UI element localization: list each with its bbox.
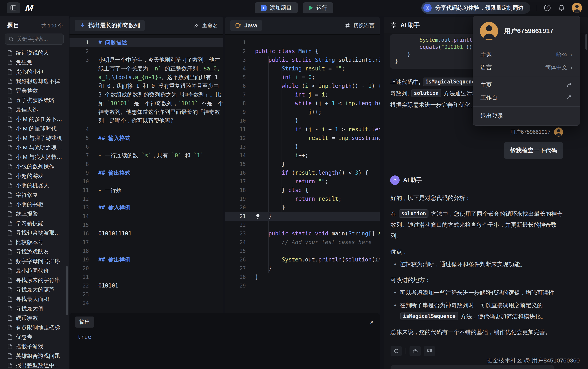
menu-setting-label: 语言 (480, 63, 492, 72)
problem-list-item[interactable]: 数字字母问号排序 (0, 256, 69, 266)
bell-icon[interactable] (557, 4, 566, 12)
close-icon[interactable]: × (370, 319, 374, 325)
line-number (70, 108, 89, 116)
problem-list-item[interactable]: 小 M 的多任务下载... (0, 114, 69, 124)
file-icon (7, 268, 13, 274)
line-number: 9 (225, 108, 246, 116)
problem-list-item[interactable]: 寻找最大值 (0, 304, 69, 313)
problem-list-item[interactable]: 寻找最大的葫芦 (0, 285, 69, 294)
line-number: 2 (225, 47, 246, 56)
line-number: 12 (225, 134, 246, 143)
line-content: 小明是一个中学生，今天他刚刚学习了数列。他在 (89, 56, 223, 64)
line-content: } (246, 160, 380, 169)
problem-list-item[interactable]: 线上报警 (0, 209, 69, 219)
line-content: System.out.println(solution(inp:" (246, 255, 380, 264)
markdown-editor[interactable]: 1 # 问题描述 2 3 小明是一个中学生，今天他刚刚学习了数列。他在 纸上写了… (70, 35, 223, 313)
thumbs-down-button[interactable] (424, 346, 435, 356)
problem-tab[interactable]: 找出最长的神奇数列 (75, 20, 145, 31)
menu-setting-row[interactable]: 主题 暗色 › (473, 49, 580, 61)
file-icon (7, 362, 13, 369)
plus-icon: + (261, 5, 267, 11)
markdown-line: 和 0，我们将 1 和 0 没有重复跟随并且至少由 (70, 82, 223, 90)
menu-link-row[interactable]: 主页 (473, 79, 580, 91)
problem-list-item[interactable]: 学习新技能 (0, 219, 69, 228)
file-icon (7, 287, 13, 293)
suggestion-chip[interactable]: 这段代码的时间复杂度是多少? → (390, 365, 555, 369)
run-button[interactable]: 运行 (303, 2, 333, 13)
search-box[interactable] (5, 33, 63, 45)
problem-list-item[interactable]: 小包的数列操作 (0, 162, 69, 171)
regenerate-button[interactable] (390, 346, 402, 356)
problem-list-item[interactable]: 贪心的小包 (0, 67, 69, 77)
line-content: } (246, 203, 380, 212)
menu-user-name: 用户6759661917 (504, 27, 553, 36)
problem-list-item[interactable]: 我好想逃却逃不掉 (0, 77, 69, 86)
problem-list-item[interactable]: 寻找包含斐波那契... (0, 228, 69, 238)
problem-list-item[interactable]: 小 M 与光明之魂速... (0, 143, 69, 152)
search-input[interactable] (16, 36, 60, 42)
problem-list-item[interactable]: 摇骰子游戏 (0, 342, 69, 351)
problem-list-item[interactable]: 寻找游戏队友 (0, 247, 69, 256)
problem-list-item[interactable]: 小超的游戏 (0, 171, 69, 181)
language-tab[interactable]: Java (230, 20, 262, 31)
problem-list-item[interactable]: 统计说谎的人 (0, 48, 69, 58)
file-icon (7, 192, 13, 198)
java-editor[interactable]: 1 2 public class Main { 3 publ (225, 35, 380, 313)
code-line: 2 public class Main { (225, 47, 380, 56)
line-content (89, 160, 223, 169)
problem-list-item[interactable]: 完美整数 (0, 86, 69, 95)
thumbs-up-button[interactable] (410, 346, 421, 356)
problem-list-item[interactable]: 比较版本号 (0, 238, 69, 247)
markdown-line: 17 (70, 238, 223, 247)
sidebar-toggle-button[interactable] (7, 2, 20, 13)
code-line: 15 } (225, 160, 380, 169)
menu-setting-row[interactable]: 语言 简体中文 › (473, 61, 580, 74)
lightbulb-icon[interactable] (255, 213, 261, 219)
problem-list-item[interactable]: 硬币凑数 (0, 313, 69, 323)
file-icon (7, 258, 13, 264)
external-link-icon (567, 95, 572, 101)
logout-button[interactable]: 退出登录 (473, 109, 580, 123)
file-icon (7, 88, 13, 94)
problem-list-item[interactable]: 五子棋获胜策略 (0, 95, 69, 105)
rename-button[interactable]: 重命名 (194, 22, 218, 29)
line-content: public static String solution(String (246, 56, 380, 64)
line-content (246, 281, 380, 290)
problem-list-item[interactable]: 英雄组合游戏问题 (0, 351, 69, 361)
ai-panel-scrollbar[interactable] (585, 34, 587, 50)
line-content (89, 143, 223, 151)
problem-list-item[interactable]: 小 M 与狼人拯救者... (0, 152, 69, 162)
problem-list-item[interactable]: 有点限制地走楼梯 (0, 323, 69, 332)
output-tab[interactable]: 输出 (75, 317, 94, 328)
problem-list-item[interactable]: 字符修复 (0, 190, 69, 200)
problem-list-item[interactable]: 小 M 与弹子游戏机 (0, 133, 69, 143)
problem-list-item[interactable]: 小明的机器人 (0, 181, 69, 190)
line-content: if (j - i + 1 > result.lengt (246, 125, 380, 134)
promo-banner[interactable]: 分享代码练习体验，领限量定制周边 (421, 2, 530, 14)
sidebar-scrollbar[interactable] (66, 266, 68, 315)
user-message-bubble: 帮我检查一下代码 (504, 142, 563, 159)
svg-text:?: ? (546, 6, 548, 10)
menu-link-row[interactable]: 工作台 (473, 91, 580, 104)
problem-list-item[interactable]: 寻找原来的字符串 (0, 276, 69, 285)
problem-list-item[interactable]: 兔生兔 (0, 58, 69, 67)
help-icon[interactable]: ? (543, 4, 551, 12)
file-icon (7, 107, 13, 113)
menu-links-section: 主页 工作台 (473, 76, 580, 107)
problem-list-item[interactable]: 优惠券 (0, 332, 69, 342)
output-value: true (70, 328, 380, 346)
problem-list-item[interactable]: 找出整型数组中占... (0, 361, 69, 369)
problem-list-item[interactable]: 最佳人选 (0, 105, 69, 114)
code-line: 17 return ""; (225, 177, 380, 186)
problem-list-item[interactable]: 小 M 的星球时代 (0, 124, 69, 133)
user-avatar[interactable] (572, 3, 582, 13)
problem-list-item[interactable]: 寻找最大面积 (0, 294, 69, 304)
line-number: 3 (70, 56, 89, 64)
line-content (246, 38, 380, 47)
problem-list-item[interactable]: 最小趋同代价 (0, 266, 69, 276)
switch-language-button[interactable]: 切换语言 (345, 22, 375, 29)
line-content (89, 47, 223, 56)
problem-list-item[interactable]: 小明的书柜 (0, 200, 69, 209)
run-label: 运行 (316, 4, 327, 12)
add-problem-button[interactable]: + 添加题目 (255, 2, 298, 13)
